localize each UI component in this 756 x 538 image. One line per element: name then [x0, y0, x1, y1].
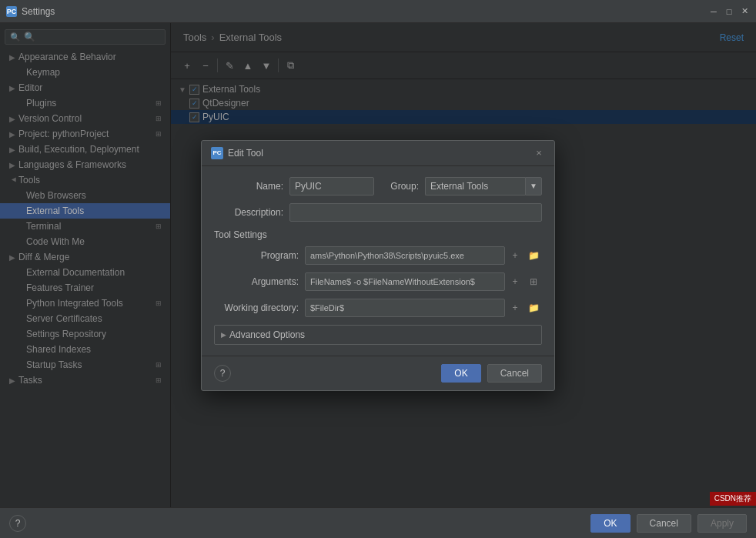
help-button[interactable]: ?: [9, 515, 26, 532]
edit-tool-dialog: PC Edit Tool × Name: Group: External Too…: [201, 140, 555, 391]
name-input[interactable]: [289, 177, 374, 195]
apply-button[interactable]: Apply: [697, 514, 747, 533]
name-group-row: Name: Group: External Tools ▼: [214, 177, 542, 195]
description-input[interactable]: [289, 203, 542, 222]
modal-app-icon: PC: [211, 147, 223, 159]
modal-cancel-button[interactable]: Cancel: [487, 364, 542, 383]
working-dir-label: Working directory:: [214, 302, 299, 313]
arguments-input[interactable]: [305, 272, 505, 291]
group-select-wrap: External Tools ▼: [425, 177, 542, 195]
arguments-row: Arguments: + ⊞: [214, 272, 542, 291]
arguments-insert-button[interactable]: ⊞: [525, 273, 542, 290]
bottom-bar: ? OK Cancel Apply: [0, 507, 756, 538]
arguments-input-wrap: + ⊞: [305, 272, 542, 291]
description-row: Description:: [214, 203, 542, 222]
advanced-options-section: ▶ Advanced Options: [214, 325, 542, 345]
modal-backdrop: PC Edit Tool × Name: Group: External Too…: [0, 23, 756, 507]
modal-footer-actions: OK Cancel: [441, 364, 542, 383]
tool-settings-label: Tool Settings: [214, 229, 267, 240]
description-label: Description:: [214, 207, 283, 218]
modal-ok-button[interactable]: OK: [441, 364, 480, 383]
name-label: Name:: [214, 181, 283, 192]
tool-settings-header: Tool Settings: [214, 229, 542, 240]
modal-close-button[interactable]: ×: [533, 147, 545, 159]
working-dir-row: Working directory: + 📁: [214, 299, 542, 317]
program-row: Program: + 📁: [214, 246, 542, 265]
advanced-options-toggle[interactable]: ▶ Advanced Options: [215, 326, 541, 344]
ok-button[interactable]: OK: [590, 514, 630, 533]
modal-title-bar: PC Edit Tool ×: [202, 141, 554, 166]
advanced-arrow-icon: ▶: [221, 331, 226, 339]
window-controls: ─ □ ✕: [708, 6, 750, 17]
group-select[interactable]: External Tools: [425, 177, 525, 195]
bottom-actions: OK Cancel Apply: [590, 514, 747, 533]
modal-body: Name: Group: External Tools ▼ Descriptio…: [202, 166, 554, 356]
close-button[interactable]: ✕: [739, 6, 750, 17]
working-dir-add-button[interactable]: +: [507, 299, 524, 316]
program-browse-button[interactable]: 📁: [525, 247, 542, 264]
cancel-button[interactable]: Cancel: [637, 514, 691, 533]
group-label: Group:: [380, 181, 419, 192]
program-label: Program:: [214, 250, 299, 261]
maximize-button[interactable]: □: [724, 6, 734, 17]
group-dropdown-button[interactable]: ▼: [525, 177, 542, 195]
program-input-wrap: + 📁: [305, 246, 542, 265]
program-add-button[interactable]: +: [507, 247, 524, 264]
app-icon: PC: [6, 6, 17, 17]
modal-help-button[interactable]: ?: [214, 365, 231, 382]
arguments-label: Arguments:: [214, 276, 299, 287]
working-dir-browse-button[interactable]: 📁: [525, 299, 542, 316]
program-input[interactable]: [305, 246, 505, 265]
arguments-add-button[interactable]: +: [507, 273, 524, 290]
watermark: CSDN推荐: [710, 492, 756, 506]
working-dir-input-wrap: + 📁: [305, 299, 542, 317]
window-title: Settings: [22, 6, 708, 17]
modal-footer: ? OK Cancel: [202, 356, 554, 390]
advanced-options-label: Advanced Options: [229, 329, 305, 340]
title-bar: PC Settings ─ □ ✕: [0, 0, 756, 23]
modal-title: Edit Tool: [228, 148, 528, 159]
minimize-button[interactable]: ─: [708, 6, 719, 17]
working-dir-input[interactable]: [305, 299, 505, 317]
